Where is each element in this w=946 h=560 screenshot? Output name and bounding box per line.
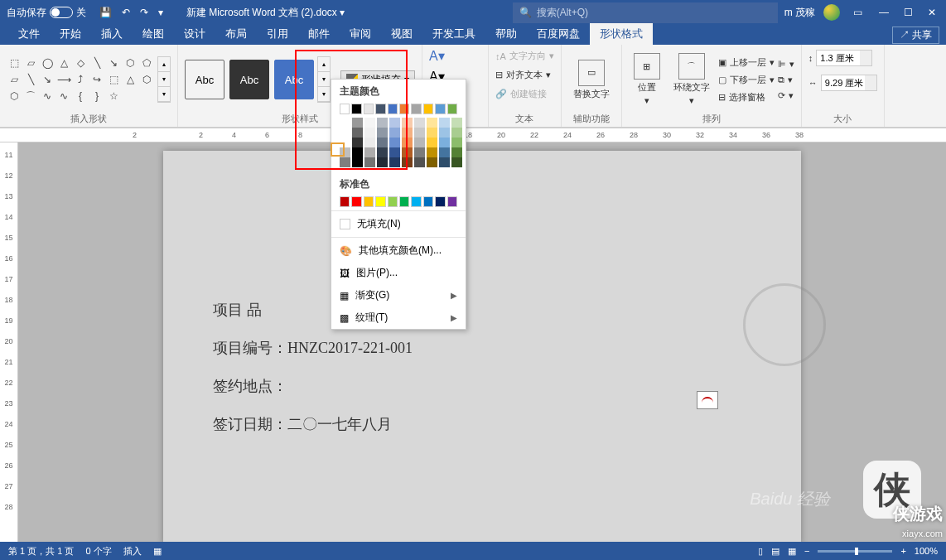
color-swatch[interactable] bbox=[364, 147, 375, 157]
color-swatch[interactable] bbox=[364, 104, 374, 114]
texture-fill-item[interactable]: ▩纹理(T)▶ bbox=[331, 307, 466, 329]
color-swatch[interactable] bbox=[364, 118, 375, 128]
color-swatch[interactable] bbox=[427, 138, 437, 147]
color-swatch[interactable] bbox=[340, 157, 350, 167]
web-layout-icon[interactable]: ▦ bbox=[788, 546, 796, 557]
color-swatch[interactable] bbox=[402, 138, 413, 147]
color-swatch[interactable] bbox=[439, 118, 450, 128]
color-swatch[interactable] bbox=[435, 196, 445, 207]
color-swatch[interactable] bbox=[423, 104, 433, 114]
tab-help[interactable]: 帮助 bbox=[485, 23, 527, 45]
bring-forward-button[interactable]: ▣上移一层▾ bbox=[718, 55, 775, 70]
gradient-fill-item[interactable]: ▦渐变(G)▶ bbox=[331, 284, 466, 307]
color-swatch[interactable] bbox=[364, 157, 375, 167]
save-icon[interactable]: 💾 bbox=[99, 7, 112, 18]
tab-draw[interactable]: 绘图 bbox=[133, 23, 174, 45]
alt-text-button[interactable]: ▭ 替换文字 bbox=[568, 58, 615, 102]
color-swatch[interactable] bbox=[414, 138, 425, 147]
zoom-slider[interactable] bbox=[818, 550, 892, 553]
color-swatch[interactable] bbox=[439, 147, 450, 157]
color-swatch[interactable] bbox=[414, 157, 425, 167]
color-swatch[interactable] bbox=[402, 118, 413, 128]
color-swatch[interactable] bbox=[351, 104, 361, 114]
color-swatch[interactable] bbox=[447, 104, 457, 114]
color-swatch[interactable] bbox=[352, 138, 363, 147]
search-box[interactable]: 🔍 搜索(Alt+Q) bbox=[513, 2, 778, 23]
color-swatch[interactable] bbox=[427, 157, 437, 167]
color-swatch[interactable] bbox=[352, 118, 363, 128]
color-swatch[interactable] bbox=[340, 147, 350, 157]
tab-view[interactable]: 视图 bbox=[381, 23, 422, 45]
color-swatch[interactable] bbox=[389, 138, 400, 147]
word-count[interactable]: 0 个字 bbox=[85, 545, 111, 558]
align-button[interactable]: ⊫▾ bbox=[778, 57, 794, 71]
no-fill-item[interactable]: 无填充(N) bbox=[331, 213, 466, 235]
color-swatch[interactable] bbox=[414, 118, 425, 128]
close-icon[interactable]: ✕ bbox=[928, 7, 936, 18]
color-swatch[interactable] bbox=[427, 128, 437, 138]
user-area[interactable]: m 茂稼 bbox=[778, 4, 847, 21]
group-button[interactable]: ⧉▾ bbox=[778, 73, 794, 87]
focus-view-icon[interactable]: ▯ bbox=[758, 546, 763, 557]
selection-pane-button[interactable]: ⊟选择窗格 bbox=[718, 89, 775, 105]
height-input[interactable] bbox=[816, 50, 872, 66]
color-swatch[interactable] bbox=[364, 196, 374, 207]
color-swatch[interactable] bbox=[388, 196, 398, 207]
color-swatch[interactable] bbox=[352, 147, 363, 157]
horizontal-ruler[interactable]: 22468101214161820222426283032343638 bbox=[0, 128, 946, 142]
style-scroll[interactable]: ▴▾▾ bbox=[317, 56, 331, 103]
color-swatch[interactable] bbox=[377, 128, 388, 138]
document-title[interactable]: 新建 Microsoft Word 文档 (2).docx ▾ bbox=[170, 6, 513, 20]
style-gallery[interactable]: Abc Abc Abc bbox=[185, 60, 314, 99]
more-colors-item[interactable]: 🎨其他填充颜色(M)... bbox=[331, 239, 466, 262]
color-swatch[interactable] bbox=[340, 138, 350, 147]
color-swatch[interactable] bbox=[402, 147, 413, 157]
insert-mode[interactable]: 插入 bbox=[123, 545, 142, 558]
color-swatch[interactable] bbox=[340, 118, 350, 128]
color-swatch[interactable] bbox=[451, 147, 462, 157]
style-preset-1[interactable]: Abc bbox=[185, 60, 224, 99]
maximize-icon[interactable]: ☐ bbox=[904, 7, 913, 18]
color-swatch[interactable] bbox=[377, 118, 388, 128]
zoom-out-icon[interactable]: − bbox=[804, 546, 809, 556]
picture-fill-item[interactable]: 🖼图片(P)... bbox=[331, 262, 466, 284]
undo-icon[interactable]: ↶ bbox=[122, 7, 130, 18]
color-swatch[interactable] bbox=[414, 147, 425, 157]
color-swatch[interactable] bbox=[451, 138, 462, 147]
redo-icon[interactable]: ↷ bbox=[140, 7, 148, 18]
color-swatch[interactable] bbox=[351, 196, 361, 207]
color-swatch[interactable] bbox=[427, 118, 437, 128]
style-preset-3[interactable]: Abc bbox=[274, 60, 314, 99]
tab-baidu[interactable]: 百度网盘 bbox=[527, 23, 590, 45]
tab-developer[interactable]: 开发工具 bbox=[422, 23, 485, 45]
color-swatch[interactable] bbox=[451, 118, 462, 128]
color-swatch[interactable] bbox=[377, 157, 388, 167]
tab-shape-format[interactable]: 形状格式 bbox=[590, 23, 653, 45]
print-layout-icon[interactable]: ▤ bbox=[771, 546, 779, 557]
color-swatch[interactable] bbox=[375, 196, 385, 207]
color-swatch[interactable] bbox=[377, 147, 388, 157]
color-swatch[interactable] bbox=[411, 196, 421, 207]
color-swatch[interactable] bbox=[399, 196, 409, 207]
vertical-ruler[interactable]: 111213141516171819202122232425262728 bbox=[0, 142, 18, 545]
color-swatch[interactable] bbox=[439, 128, 450, 138]
macro-icon[interactable]: ▦ bbox=[153, 546, 162, 557]
color-swatch[interactable] bbox=[447, 196, 457, 207]
qat-dropdown-icon[interactable]: ▾ bbox=[158, 7, 163, 18]
color-swatch[interactable] bbox=[439, 138, 450, 147]
color-swatch[interactable] bbox=[439, 157, 450, 167]
rotate-button[interactable]: ⟳▾ bbox=[778, 89, 794, 103]
align-text-button[interactable]: ⊟对齐文本▾ bbox=[495, 67, 551, 83]
width-input[interactable] bbox=[821, 75, 877, 91]
color-swatch[interactable] bbox=[414, 128, 425, 138]
page-info[interactable]: 第 1 页，共 1 页 bbox=[8, 545, 74, 558]
tab-design[interactable]: 设计 bbox=[174, 23, 215, 45]
gallery-scroll[interactable]: ▴▾▾ bbox=[157, 56, 171, 103]
tab-insert[interactable]: 插入 bbox=[91, 23, 133, 45]
color-swatch[interactable] bbox=[423, 196, 433, 207]
text-fill-icon[interactable]: A▾ bbox=[429, 48, 445, 64]
style-preset-2[interactable]: Abc bbox=[229, 60, 269, 99]
color-swatch[interactable] bbox=[389, 128, 400, 138]
tab-home[interactable]: 开始 bbox=[50, 23, 91, 45]
tab-layout[interactable]: 布局 bbox=[215, 23, 257, 45]
